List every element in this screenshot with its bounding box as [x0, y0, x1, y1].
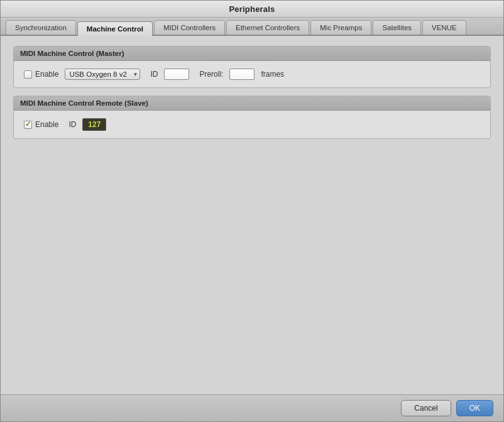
master-section-body: Enable USB Oxygen 8 v2 ▼ ID Preroll: fra…	[14, 61, 490, 87]
slave-id-input[interactable]	[82, 118, 106, 131]
tab-venue[interactable]: VENUE	[422, 20, 466, 35]
master-id-input[interactable]	[164, 69, 189, 80]
slave-enable-label: Enable	[35, 120, 58, 129]
slave-section-body: Enable ID	[14, 111, 490, 138]
slave-enable-wrapper: Enable	[24, 120, 58, 129]
window: Peripherals Synchronization Machine Cont…	[0, 0, 504, 422]
slave-section: MIDI Machine Control Remote (Slave) Enab…	[13, 96, 491, 139]
slave-enable-checkbox[interactable]	[24, 121, 32, 129]
window-title: Peripherals	[229, 4, 275, 14]
master-preroll-input[interactable]	[229, 69, 255, 80]
master-device-dropdown-container: USB Oxygen 8 v2 ▼	[65, 69, 140, 80]
master-enable-wrapper: Enable	[24, 70, 58, 79]
bottom-bar: Cancel OK	[1, 394, 503, 421]
master-id-label: ID	[150, 70, 158, 79]
cancel-button[interactable]: Cancel	[401, 400, 451, 416]
master-enable-label: Enable	[35, 70, 58, 79]
tab-mic-preamps[interactable]: Mic Preamps	[310, 20, 371, 35]
slave-id-label: ID	[68, 120, 76, 129]
tab-machine-control[interactable]: Machine Control	[77, 21, 153, 36]
master-section: MIDI Machine Control (Master) Enable USB…	[13, 46, 491, 88]
ok-button[interactable]: OK	[456, 400, 493, 416]
master-section-header: MIDI Machine Control (Master)	[14, 47, 490, 61]
content-area: MIDI Machine Control (Master) Enable USB…	[1, 36, 503, 394]
title-bar: Peripherals	[1, 1, 503, 18]
master-device-dropdown[interactable]: USB Oxygen 8 v2	[65, 69, 140, 80]
master-preroll-label: Preroll:	[199, 70, 223, 79]
master-enable-checkbox[interactable]	[24, 70, 32, 79]
tab-midi-controllers[interactable]: MIDI Controllers	[154, 20, 225, 35]
tab-satellites[interactable]: Satellites	[373, 20, 421, 35]
slave-section-header: MIDI Machine Control Remote (Slave)	[14, 96, 490, 111]
tab-ethernet-controllers[interactable]: Ethernet Controllers	[226, 20, 309, 35]
content-spacer	[13, 147, 491, 384]
tab-bar: Synchronization Machine Control MIDI Con…	[1, 18, 503, 36]
master-frames-label: frames	[261, 70, 284, 79]
tab-synchronization[interactable]: Synchronization	[6, 20, 76, 35]
